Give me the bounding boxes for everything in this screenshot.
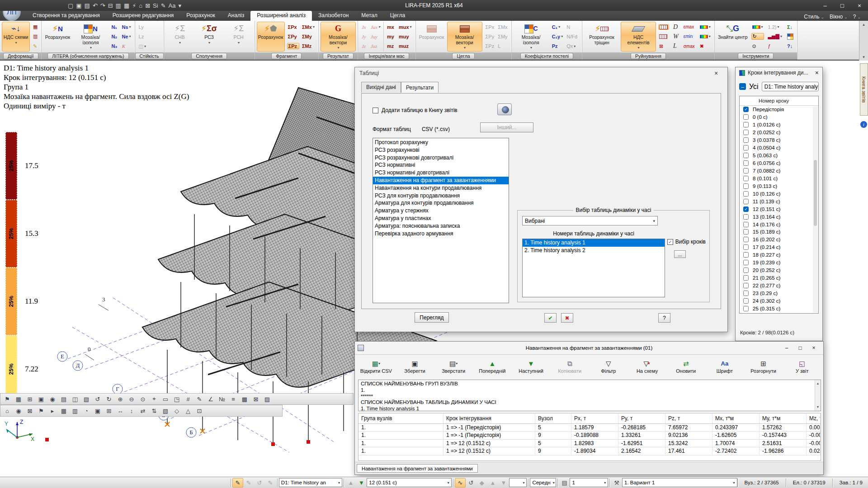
results-sheet-tab[interactable]: Навантаження на фрагмент за завантаження… <box>357 464 478 473</box>
soil-mosaic-button[interactable]: C Мозаїка/ізополя▾ <box>514 22 549 52</box>
results-table[interactable]: Група вузлівКрок інтегруванняВузолPx, тP… <box>358 413 821 461</box>
viewport-tool-button[interactable]: ⊙ <box>137 394 148 404</box>
viewport-tool-button[interactable]: ◇ <box>171 406 182 416</box>
inertia-button[interactable]: Jux▾ <box>370 24 381 30</box>
numbering-icon[interactable]: 1.2)▾ <box>767 24 783 30</box>
close-button[interactable]: × <box>851 0 868 11</box>
step-checkbox[interactable] <box>743 275 749 281</box>
step-checkbox[interactable] <box>743 206 749 212</box>
report-book-tab[interactable]: Книга звітів <box>860 63 868 116</box>
more-steps-button[interactable]: ... <box>674 250 686 258</box>
table-row[interactable]: 1.1 => 12 (0.1512 с)9 -1.890342.1654217.… <box>359 447 821 455</box>
ok-button[interactable]: ✔ <box>544 313 557 323</box>
results-toolbar-button[interactable]: ▼ Наступний <box>512 356 551 377</box>
dialog-tab[interactable]: Вихідні дані <box>361 82 401 93</box>
viewport-tool-button[interactable]: ⊞ <box>104 406 114 416</box>
crossed-icon[interactable]: ⊠ <box>658 43 669 49</box>
table-row[interactable]: 1.1 => -1 (Передісторія)9 -0.1890881.332… <box>359 432 821 439</box>
analysis-dropdown[interactable]: D1: Time history analy <box>762 82 819 91</box>
brick-sum-button[interactable]: ΣMy <box>497 34 508 39</box>
step-checkbox[interactable] <box>743 122 749 127</box>
quick-access-icon[interactable]: ▢ <box>68 2 73 9</box>
viewport-tool-button[interactable]: ⇄ <box>137 406 148 416</box>
mosaic-max-icon[interactable]: ▾ <box>699 25 712 29</box>
crack-letter-button[interactable]: L <box>672 42 679 50</box>
rsz-button[interactable]: ⚡Σσ РСЗ▾ <box>195 22 223 52</box>
ribbon-tab[interactable]: Розрахунок <box>180 11 221 21</box>
zoom-icon[interactable]: ⊙ <box>751 43 764 49</box>
table-list-item[interactable]: Перевірка заданого армування <box>373 230 509 238</box>
quick-access-icon[interactable]: ✎ <box>161 2 166 9</box>
ly-button[interactable]: Ly <box>138 24 147 30</box>
nds-elements-button[interactable]: НДС елементів▾ <box>621 22 656 52</box>
table-list-item[interactable]: РСЗ розрахункові довготривалі <box>373 154 509 162</box>
ruler2-icon[interactable] <box>658 34 669 39</box>
dynamics-table-item[interactable]: 1. Time history analysis 1 <box>523 239 665 247</box>
step-checkbox[interactable] <box>743 145 749 150</box>
inertia-button[interactable]: Jz <box>361 43 368 49</box>
viewport-tool-button[interactable]: ▤ <box>58 394 69 404</box>
brick-sum-button[interactable]: L <box>497 43 508 49</box>
viewport-tool-button[interactable]: № <box>217 394 227 404</box>
table-list-item[interactable]: РСЗ нормативні <box>373 161 509 169</box>
quick-access-icon[interactable]: Si <box>153 2 158 9</box>
brick-calc-button[interactable]: Розрахунок <box>418 22 446 52</box>
close-button[interactable]: × <box>807 343 821 353</box>
viewport-tool-button[interactable]: ◔ <box>81 406 92 416</box>
step-checkbox[interactable] <box>743 137 749 143</box>
maximize-button[interactable]: □ <box>793 343 807 353</box>
table-list-item[interactable]: Арматура для контурів продавлювання <box>373 199 509 207</box>
brick-mosaic-button[interactable]: Мозаїка/вектори▾ <box>447 22 482 52</box>
display-mode-icon[interactable]: ↺ <box>466 478 476 488</box>
table-list-item[interactable]: Навантаження на фрагмент за завантаження… <box>373 177 509 184</box>
viewport-tool-button[interactable]: ⊠ <box>24 406 35 416</box>
mass-button[interactable]: mux▾ <box>398 24 413 30</box>
crack-calc-button[interactable]: ⚡ Розрахунок тріщин <box>584 22 619 52</box>
all-steps-checkbox[interactable]: – <box>739 83 746 90</box>
close-icon[interactable]: × <box>709 70 723 77</box>
viewport-tool-button[interactable]: ▭ <box>160 394 171 404</box>
inertia-button[interactable]: Jx <box>361 24 368 30</box>
step-row[interactable]: 12 (0.151 с) <box>740 205 818 213</box>
ribbon-tab[interactable]: Залізобетон <box>312 11 355 21</box>
step-checkbox[interactable] <box>743 183 749 189</box>
ribbon-tab[interactable]: Розширений аналіз <box>250 11 312 21</box>
empty-dropdown[interactable] <box>509 478 527 487</box>
quick-access-icon[interactable]: ↷ <box>100 2 105 9</box>
steps-list[interactable]: Номер кроку Передісторія 0 (0 с) 1 (0.01… <box>739 96 819 314</box>
close-icon[interactable]: × <box>815 69 819 76</box>
step-row[interactable]: 20 (0.252 с) <box>740 267 818 274</box>
quick-access-icon[interactable]: ▤ <box>85 2 90 9</box>
inertia-button[interactable]: Jy <box>361 34 368 39</box>
viewport-tool-button[interactable]: △ <box>183 406 193 416</box>
step-checkbox[interactable] <box>743 283 749 288</box>
sum-down-icon[interactable]: Σ↓ <box>786 24 794 30</box>
table-list-item[interactable]: Арматура: пояснювальна записка <box>373 222 509 230</box>
viewport-tool-button[interactable]: ∠ <box>205 394 216 404</box>
viewport-tool-button[interactable]: ⊡ <box>194 406 205 416</box>
delete-result-icon[interactable]: ✖ <box>699 43 712 49</box>
viewport-tool-button[interactable]: ◫ <box>70 394 80 404</box>
quick-access-icon[interactable]: ▾ <box>178 2 181 9</box>
step-row[interactable]: 9 (0.113 с) <box>740 182 818 190</box>
results-toolbar-button[interactable]: ▤▾ Зверстати <box>434 356 473 377</box>
display-mode-icon[interactable]: ◆ <box>476 478 487 488</box>
sum-force-button[interactable]: ΣPz <box>287 43 299 49</box>
step-row[interactable]: 18 (0.227 с) <box>740 251 818 259</box>
cancel-button[interactable]: ✖ <box>561 313 573 323</box>
grid-icon[interactable] <box>786 33 794 40</box>
viewport-tool-button[interactable]: ▥ <box>70 406 80 416</box>
maximize-button[interactable]: □ <box>834 0 851 11</box>
force-component-button[interactable]: K <box>121 43 132 49</box>
results-toolbar-button[interactable]: Aа Шрифт <box>705 356 744 377</box>
step-row[interactable]: 11 (0.139 с) <box>740 197 818 205</box>
camera-icon[interactable] <box>497 103 512 115</box>
table-list-item[interactable]: РСЗ нормативні довготривалі <box>373 169 509 177</box>
step-checkbox[interactable] <box>743 291 749 296</box>
edit-mode-icon[interactable]: ✎ <box>265 478 276 488</box>
results-toolbar-button[interactable]: ▣ Зберегти <box>396 356 434 377</box>
step-checkbox[interactable] <box>743 298 749 304</box>
step-checkbox[interactable] <box>743 107 749 112</box>
display-mode-icon[interactable]: ▲ <box>487 478 498 488</box>
brick-sum-button[interactable]: ΣPz <box>485 43 495 49</box>
